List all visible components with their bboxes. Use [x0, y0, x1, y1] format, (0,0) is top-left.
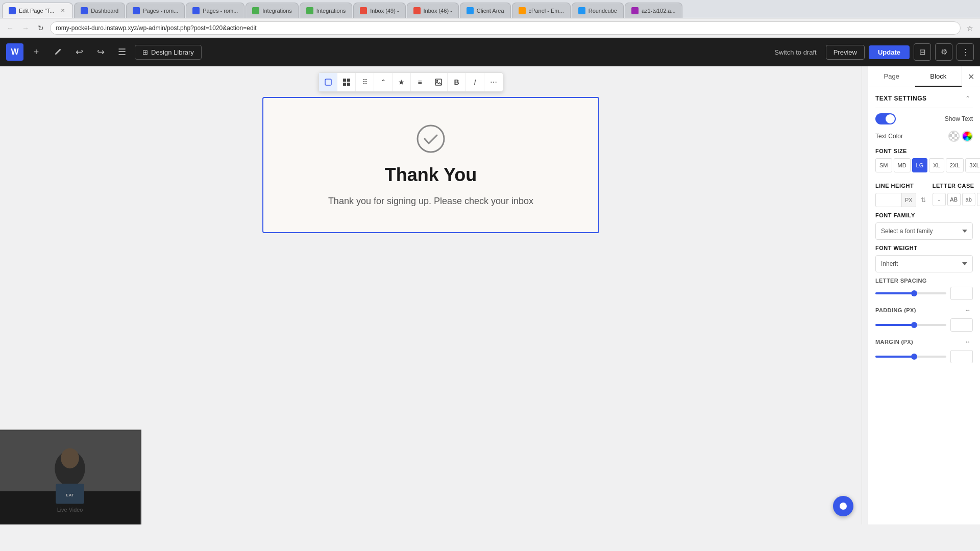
color-transparent[interactable] [948, 131, 960, 142]
sidebar-toggle-button[interactable]: ⚙ [935, 43, 952, 61]
switch-draft-button[interactable]: Switch to draft [769, 45, 821, 59]
tab-inbox1[interactable]: Inbox (49) - [353, 3, 405, 18]
tab-favicon [519, 7, 526, 14]
toolbar-layout-btn[interactable] [337, 73, 356, 91]
letter-case-none[interactable]: - [933, 193, 946, 206]
thank-you-block[interactable]: Thank You Thank you for signing up. Plea… [262, 97, 599, 233]
tab-int2[interactable]: Integrations [300, 3, 352, 18]
line-height-input[interactable] [876, 196, 901, 204]
toolbar-favorite-btn[interactable]: ★ [393, 73, 411, 91]
nav-back[interactable]: ← [4, 22, 16, 34]
nav-forward[interactable]: → [19, 22, 32, 34]
tab-favicon [9, 7, 16, 14]
font-size-2xl[interactable]: 2XL [946, 158, 964, 172]
menu-button[interactable]: ☰ [113, 43, 131, 61]
tab-close-icon[interactable]: ✕ [59, 7, 66, 14]
letter-case-lower[interactable]: ab [962, 193, 975, 206]
toolbar-select-btn[interactable] [319, 73, 337, 91]
font-size-lg[interactable]: LG [912, 158, 928, 172]
design-library-button[interactable]: ⊞ Design Library [135, 45, 202, 60]
edit-mode-button[interactable] [49, 43, 66, 61]
tab-int1[interactable]: Integrations [246, 3, 298, 18]
address-text: romy-pocket-duro.instawp.xyz/wp-admin/po… [56, 24, 257, 32]
undo-button[interactable]: ↩ [70, 43, 88, 61]
sidebar-tabs: Page Block ✕ [868, 66, 980, 87]
svg-rect-0 [325, 79, 331, 85]
fab-button[interactable] [833, 496, 853, 516]
letter-case-upper[interactable]: AB [947, 193, 961, 206]
font-family-title: FONT FAMILY [875, 212, 973, 218]
tab-favicon [133, 7, 140, 14]
show-text-label: Show Text [945, 115, 973, 122]
tab-az1[interactable]: az1-ts102.a... [625, 3, 682, 18]
tab-cpanel[interactable]: cPanel - Em... [512, 3, 571, 18]
more-options-button[interactable]: ⋮ [957, 43, 974, 61]
bookmark-icon[interactable]: ☆ [964, 22, 976, 34]
add-block-button[interactable]: + [28, 43, 45, 61]
toolbar-italic-btn[interactable]: I [466, 73, 484, 91]
nav-reload[interactable]: ↻ [35, 22, 47, 34]
tab-label: Inbox (49) - [370, 8, 399, 14]
margin-link-icon[interactable]: ↔ [963, 337, 973, 347]
text-settings-toggle[interactable]: ⌃ [963, 93, 973, 104]
margin-controls [875, 350, 973, 363]
padding-thumb[interactable] [911, 322, 917, 328]
toolbar-align-btn[interactable]: ≡ [411, 73, 429, 91]
toolbar-bold-btn[interactable]: B [448, 73, 466, 91]
preview-button[interactable]: Preview [826, 45, 865, 60]
color-circles [948, 131, 973, 142]
font-size-title: FONT SIZE [875, 148, 973, 154]
color-picker[interactable] [962, 131, 973, 142]
font-size-3xl[interactable]: 3XL [965, 158, 980, 172]
update-button[interactable]: Update [869, 45, 910, 59]
address-bar[interactable]: romy-pocket-duro.instawp.xyz/wp-admin/po… [50, 21, 961, 35]
tab-roundcube[interactable]: Roundcube [572, 3, 624, 18]
tab-pages1[interactable]: Pages - rom... [126, 3, 185, 18]
letter-spacing-input[interactable] [950, 287, 973, 300]
line-height-sync[interactable]: ⇅ [918, 195, 928, 205]
toolbar-grid-btn[interactable]: ⠿ [356, 73, 374, 91]
sidebar-close-button[interactable]: ✕ [962, 66, 980, 87]
show-text-toggle[interactable] [875, 113, 896, 124]
letter-case-col: LETTER CASE - AB ab Ab [933, 178, 980, 207]
check-icon [415, 123, 446, 154]
padding-link-icon[interactable]: ↔ [963, 305, 973, 315]
line-height-letter-case-row: LINE HEIGHT PX ⇅ LETTER CASE - [875, 178, 973, 207]
margin-track [875, 356, 946, 358]
tab-inbox2[interactable]: Inbox (46) - [407, 3, 459, 18]
editor-area: ⠿ ⌃ ★ ≡ B I ⋯ [0, 66, 980, 524]
tab-favicon [306, 7, 313, 14]
letter-case-title[interactable]: Ab [977, 193, 980, 206]
tab-favicon [413, 7, 421, 14]
font-family-select[interactable]: Select a font family [875, 222, 973, 240]
padding-label: PADDING (PX) ↔ [875, 305, 973, 315]
padding-input[interactable] [950, 318, 973, 332]
letter-case-btns: - AB ab Ab [933, 193, 980, 206]
sidebar-tab-block[interactable]: Block [915, 66, 962, 87]
text-settings-header: Text Settings ⌃ [875, 93, 973, 108]
letter-spacing-fill [875, 292, 914, 294]
font-size-md[interactable]: MD [894, 158, 911, 172]
font-size-sm[interactable]: SM [875, 158, 892, 172]
tab-dashboard[interactable]: Dashboard [74, 3, 125, 18]
svg-text:Live Video: Live Video [57, 507, 83, 513]
font-size-row: SM MD LG XL 2XL 3XL ⇳ [875, 158, 973, 172]
line-height-col: LINE HEIGHT PX ⇅ [875, 178, 928, 207]
margin-thumb[interactable] [911, 354, 917, 360]
view-mode-button[interactable]: ⊟ [914, 43, 931, 61]
font-weight-select[interactable]: Inherit [875, 255, 973, 272]
margin-input[interactable] [950, 350, 973, 363]
sidebar-tab-page[interactable]: Page [868, 66, 915, 87]
toolbar-more-btn[interactable]: ⋯ [484, 73, 503, 91]
tab-pages2[interactable]: Pages - rom... [186, 3, 244, 18]
toolbar-collapse-btn[interactable]: ⌃ [374, 73, 393, 91]
letter-spacing-thumb[interactable] [911, 290, 917, 296]
redo-button[interactable]: ↪ [92, 43, 109, 61]
font-size-xl[interactable]: XL [929, 158, 944, 172]
text-color-row: Text Color [875, 131, 973, 142]
tab-client[interactable]: Client Area [460, 3, 511, 18]
margin-row: MARGIN (PX) ↔ [875, 337, 973, 363]
toolbar-image-btn[interactable] [429, 73, 448, 91]
block-toolbar: ⠿ ⌃ ★ ≡ B I ⋯ [318, 72, 503, 92]
tab-edit-page[interactable]: Edit Page "T... ✕ [2, 3, 73, 18]
